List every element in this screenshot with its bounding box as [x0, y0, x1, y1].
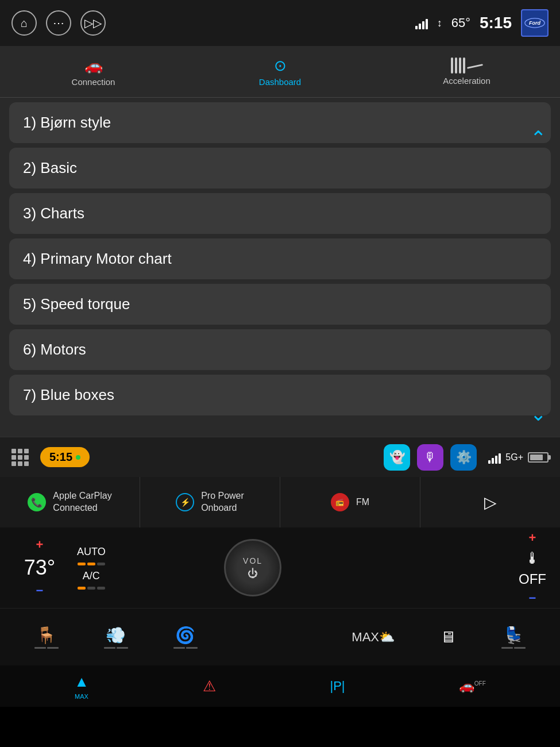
- scroll-up-button[interactable]: ⌃: [530, 126, 546, 149]
- propower-text: Pro Power Onboard: [201, 490, 244, 514]
- list-item-3[interactable]: 3) Charts: [9, 193, 551, 234]
- podcasts-symbol: 🎙: [424, 450, 437, 465]
- media-icon: ▷▷: [84, 16, 102, 30]
- list-item-5-label: 5) Speed torque: [23, 295, 130, 313]
- list-item-5[interactable]: 5) Speed torque: [9, 284, 551, 325]
- screen-icon: 🖥: [440, 627, 456, 646]
- quick-extra[interactable]: ▷: [420, 477, 560, 527]
- auto-bars: [78, 563, 105, 565]
- climate-left-temp: + 73° −: [14, 537, 65, 598]
- apps-button[interactable]: ⋯: [46, 10, 71, 36]
- svg-text:Ford: Ford: [529, 20, 540, 26]
- nav-warning-btn[interactable]: ⚠: [203, 677, 216, 695]
- list-item-2-label: 2) Basic: [23, 159, 77, 177]
- auto-label: AUTO: [77, 546, 106, 558]
- max-defrost-btn[interactable]: MAX⛅: [352, 630, 395, 645]
- list-item-2[interactable]: 2) Basic: [9, 148, 551, 188]
- list-item-6[interactable]: 6) Motors: [9, 329, 551, 370]
- climate-right: + 🌡 OFF −: [519, 530, 546, 606]
- list-item-4[interactable]: 4) Primary Motor chart: [9, 238, 551, 279]
- vol-knob[interactable]: VOL ⏻: [224, 539, 281, 596]
- scroll-down-button[interactable]: ⌄: [530, 402, 546, 425]
- fm-text: FM: [356, 496, 369, 509]
- vol-label: VOL: [243, 556, 262, 565]
- vent-btn[interactable]: 💨: [104, 626, 128, 649]
- battery-icon: [528, 452, 549, 463]
- seat-heat-lines: [34, 647, 59, 649]
- signal-icon: [415, 17, 428, 29]
- grid-icon[interactable]: [11, 449, 29, 466]
- network-label: 5G+: [505, 452, 523, 463]
- nav-car-btn[interactable]: 🚗OFF: [459, 679, 486, 694]
- nav-max-btn[interactable]: ▲ MAX: [74, 673, 89, 700]
- fan-btn[interactable]: 🌀: [173, 626, 198, 649]
- ford-logo: Ford: [521, 9, 549, 37]
- ac-label: A/C: [83, 570, 100, 582]
- status-bar-left: ⌂ ⋯ ▷▷: [11, 10, 106, 36]
- carplay-right: 5G+: [488, 451, 549, 464]
- climate-bar: + 73° − AUTO A/C VOL ⏻ + 🌡 OFF −: [0, 527, 560, 608]
- nav-park-btn[interactable]: |P|: [330, 679, 345, 694]
- waze-symbol: 👻: [389, 450, 405, 465]
- right-temp-display: OFF: [519, 571, 546, 587]
- list-item-4-label: 4) Primary Motor chart: [23, 250, 172, 268]
- list-item-7[interactable]: 7) Blue boxes: [9, 375, 551, 415]
- extra-icon: ▷: [484, 493, 497, 512]
- temp-plus-right[interactable]: +: [529, 530, 536, 545]
- propower-line2: Onboard: [201, 502, 244, 514]
- temp-minus-right[interactable]: −: [529, 591, 536, 606]
- list-item-6-label: 6) Motors: [23, 341, 86, 359]
- seat-heat-btn[interactable]: 🪑: [34, 626, 59, 649]
- carplay-bar: 5:15 👻 🎙 ⚙️ 5G+: [0, 437, 560, 477]
- heated-seat-right-icon: 💺: [504, 626, 524, 645]
- active-dot: [76, 455, 80, 460]
- home-button[interactable]: ⌂: [11, 10, 37, 36]
- podcasts-icon[interactable]: 🎙: [417, 444, 443, 471]
- pro-power-icon: ⚡: [176, 493, 194, 511]
- tab-acceleration[interactable]: Acceleration: [373, 46, 560, 97]
- main-screen: 🚗 Connection ⊙ Dashboard Acceleration 1)…: [0, 46, 560, 437]
- home-icon: ⌂: [21, 17, 28, 30]
- fan-lines: [173, 647, 198, 649]
- nav-car-icon: 🚗OFF: [459, 679, 486, 694]
- connection-icon: 🚗: [84, 57, 103, 75]
- media-button[interactable]: ▷▷: [80, 10, 106, 36]
- seat-right-lines: [501, 647, 526, 649]
- nav-max-icon: ▲: [74, 673, 89, 691]
- app-icons: 👻 🎙 ⚙️: [384, 444, 477, 471]
- rear-defrost-icon[interactable]: 🌡: [524, 549, 540, 568]
- waze-icon[interactable]: 👻: [384, 444, 410, 471]
- tab-acceleration-label: Acceleration: [443, 76, 491, 86]
- climate-auto-section: AUTO A/C: [77, 546, 106, 590]
- carplay-line2: Connected: [53, 502, 111, 514]
- ac-bars: [78, 587, 105, 590]
- tab-bar: 🚗 Connection ⊙ Dashboard Acceleration: [0, 46, 560, 98]
- acceleration-icon: [451, 57, 483, 74]
- carplay-signal-icon: [488, 451, 501, 464]
- vent-lines: [104, 647, 128, 649]
- propower-line1: Pro Power: [201, 490, 244, 502]
- max-defrost-icon: MAX⛅: [352, 630, 395, 645]
- tab-connection[interactable]: 🚗 Connection: [0, 46, 187, 97]
- fan-icon: 🌀: [175, 626, 195, 645]
- bar-seg-2: [87, 563, 95, 565]
- vent-icon: 💨: [106, 626, 126, 645]
- list-item-1-label: 1) Bjørn style: [23, 114, 111, 132]
- list-item-1[interactable]: 1) Bjørn style: [9, 102, 551, 143]
- tab-dashboard[interactable]: ⊙ Dashboard: [187, 46, 373, 97]
- heated-seat-right-btn[interactable]: 💺: [501, 626, 526, 649]
- quick-carplay[interactable]: 📞 Apple CarPlay Connected: [0, 477, 140, 527]
- quick-fm[interactable]: 📻 FM: [280, 477, 420, 527]
- engine-icon[interactable]: ⚙️: [450, 444, 477, 471]
- bottom-controls: 🪑 💨 🌀 MAX⛅ 🖥 💺: [0, 608, 560, 665]
- screen-btn[interactable]: 🖥: [440, 627, 456, 646]
- list-item-7-label: 7) Blue boxes: [23, 386, 114, 404]
- dashboard-icon: ⊙: [274, 57, 287, 75]
- bottom-nav: ▲ MAX ⚠ |P| 🚗OFF: [0, 665, 560, 707]
- temp-minus-left[interactable]: −: [36, 583, 44, 598]
- ac-bar-1: [78, 587, 86, 590]
- time-display: 5:15: [480, 14, 512, 32]
- quick-propower[interactable]: ⚡ Pro Power Onboard: [140, 477, 280, 527]
- temp-plus-left[interactable]: +: [36, 537, 44, 552]
- left-temp-display: 73°: [24, 556, 55, 580]
